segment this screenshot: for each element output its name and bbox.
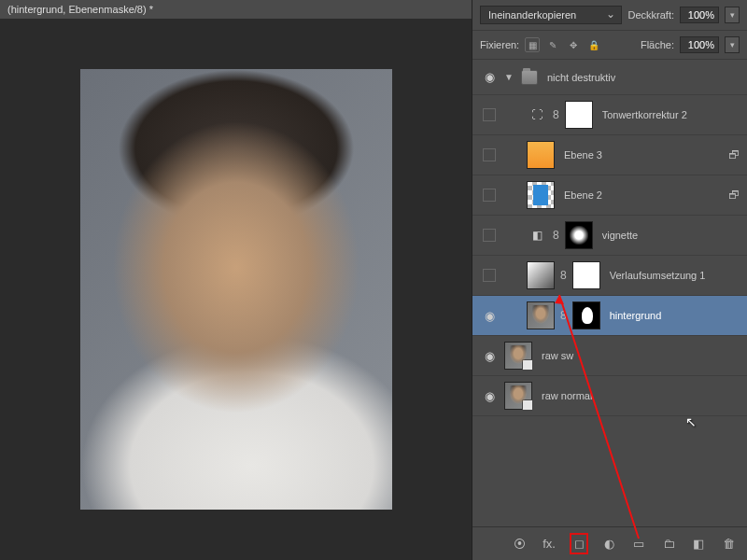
opacity-input[interactable]: 100%	[680, 7, 719, 23]
layer-row[interactable]: Ebene 2🗗	[472, 175, 747, 216]
lock-position-icon[interactable]: ✥	[566, 37, 581, 52]
blend-mode-select[interactable]: Ineinanderkopieren	[480, 6, 622, 24]
layer-thumbnail[interactable]	[565, 101, 593, 129]
layer-row[interactable]: ◉raw normal	[472, 376, 747, 416]
link-layers-icon[interactable]: ⦿	[510, 537, 529, 551]
lock-paint-icon[interactable]: ✎	[545, 37, 560, 52]
folder-icon	[521, 70, 538, 85]
lock-all-icon[interactable]: 🔒	[586, 37, 601, 52]
layer-group-row[interactable]: ◉ ▼ nicht destruktiv	[472, 60, 747, 95]
link-icon: 8	[560, 309, 567, 322]
layer-thumbnail[interactable]	[527, 141, 555, 169]
group-name[interactable]: nicht destruktiv	[543, 72, 740, 83]
lock-label: Fixieren:	[480, 39, 519, 50]
document-title: (hintergrund, Ebenenmaske/8) *	[0, 0, 472, 19]
eye-icon[interactable]: ◉	[485, 70, 495, 84]
layer-thumbnail[interactable]	[527, 261, 555, 289]
levels-icon: ⛶	[527, 107, 547, 122]
layer-name[interactable]: vignette	[599, 230, 740, 241]
layer-row[interactable]: 8Verlaufsumsetzung 1	[472, 256, 747, 296]
clip-icon: 🗗	[728, 148, 740, 161]
add-mask-icon[interactable]: ◻︎	[570, 533, 588, 554]
layer-name[interactable]: raw normal	[538, 390, 740, 401]
layer-name[interactable]: Ebene 2	[560, 189, 723, 201]
link-icon: 8	[553, 229, 559, 242]
layer-thumbnail[interactable]	[527, 301, 555, 329]
visibility-toggle[interactable]	[483, 229, 496, 242]
gradient-adj-icon: ◧	[527, 228, 547, 243]
layer-name[interactable]: Ebene 3	[560, 149, 723, 161]
layer-row[interactable]: ⛶8Tonwertkorrektur 2	[472, 95, 747, 135]
layer-name[interactable]: Verlaufsumsetzung 1	[606, 270, 740, 281]
layer-thumbnail[interactable]	[527, 181, 555, 209]
layer-thumbnail[interactable]	[572, 301, 600, 329]
cursor-icon: ↖	[685, 414, 697, 429]
layer-name[interactable]: raw sw	[538, 350, 740, 361]
chevron-down-icon[interactable]: ▼	[504, 72, 514, 82]
layer-row[interactable]: ◉8hintergrund	[472, 296, 747, 336]
visibility-toggle[interactable]	[483, 269, 496, 282]
opacity-label: Deckkraft:	[627, 9, 674, 21]
layer-name[interactable]: Tonwertkorrektur 2	[599, 109, 740, 120]
layer-row[interactable]: ◉raw sw	[472, 336, 747, 376]
fill-input[interactable]: 100%	[680, 36, 719, 53]
clip-icon: 🗗	[728, 189, 740, 202]
layers-bottom-toolbar: ⦿ fx. ◻︎ ◐ ▭ 🗀 ◧ 🗑	[472, 526, 747, 560]
layer-name[interactable]: hintergrund	[606, 310, 740, 321]
fill-stepper[interactable]: ▾	[725, 36, 740, 53]
new-folder-icon[interactable]: 🗀	[659, 537, 678, 551]
visibility-toggle[interactable]	[483, 108, 496, 121]
new-layer-icon[interactable]: ◧	[689, 537, 708, 551]
link-icon: 8	[560, 269, 567, 282]
visibility-toggle[interactable]	[483, 189, 496, 202]
eye-icon[interactable]: ◉	[485, 349, 495, 363]
layer-thumbnail[interactable]	[565, 221, 593, 249]
fill-label: Fläche:	[641, 39, 674, 50]
trash-icon[interactable]: 🗑	[719, 537, 738, 551]
group-icon[interactable]: ▭	[629, 537, 648, 551]
lock-transparency-icon[interactable]: ▦	[525, 37, 540, 52]
image-canvas[interactable]	[80, 69, 392, 510]
link-icon: 8	[553, 108, 559, 121]
eye-icon[interactable]: ◉	[485, 389, 495, 403]
layer-thumbnail[interactable]	[504, 382, 532, 410]
canvas-viewport[interactable]	[0, 19, 472, 560]
opacity-stepper[interactable]: ▾	[725, 7, 740, 23]
visibility-toggle[interactable]	[483, 148, 496, 161]
layers-list: ◉ ▼ nicht destruktiv ⛶8Tonwertkorrektur …	[472, 60, 747, 526]
fx-icon[interactable]: fx.	[540, 537, 558, 551]
layer-thumbnail[interactable]	[504, 342, 532, 370]
layer-thumbnail[interactable]	[572, 261, 600, 289]
adjustment-icon[interactable]: ◐	[599, 537, 618, 551]
eye-icon[interactable]: ◉	[485, 309, 495, 323]
layer-row[interactable]: ◧8vignette	[472, 216, 747, 256]
layers-panel: Ineinanderkopieren Deckkraft: 100% ▾ Fix…	[472, 0, 747, 560]
layer-row[interactable]: Ebene 3🗗	[472, 135, 747, 175]
